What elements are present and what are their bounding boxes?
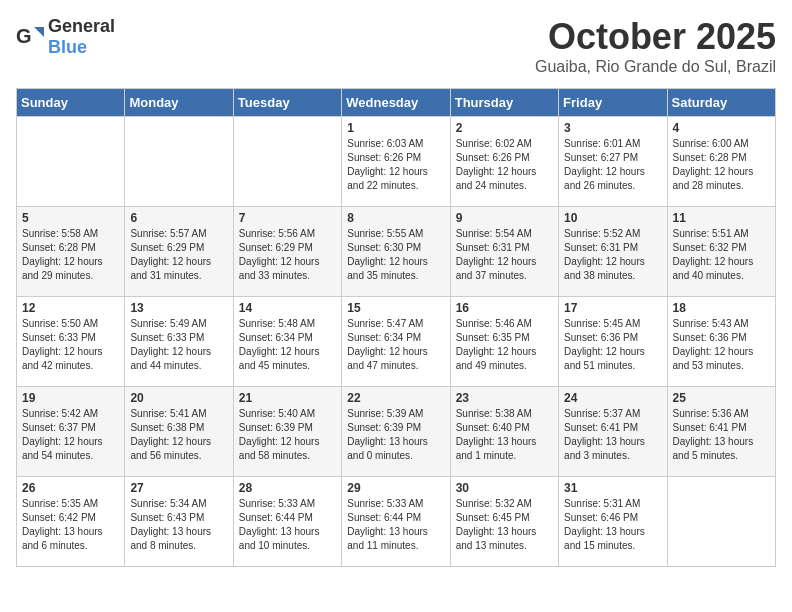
calendar-cell: 27Sunrise: 5:34 AM Sunset: 6:43 PM Dayli… xyxy=(125,477,233,567)
day-info: Sunrise: 5:35 AM Sunset: 6:42 PM Dayligh… xyxy=(22,497,119,553)
calendar-cell xyxy=(667,477,775,567)
logo: G General Blue xyxy=(16,16,115,58)
calendar-header-row: SundayMondayTuesdayWednesdayThursdayFrid… xyxy=(17,89,776,117)
day-info: Sunrise: 5:39 AM Sunset: 6:39 PM Dayligh… xyxy=(347,407,444,463)
calendar-cell: 12Sunrise: 5:50 AM Sunset: 6:33 PM Dayli… xyxy=(17,297,125,387)
day-number: 1 xyxy=(347,121,444,135)
day-info: Sunrise: 5:31 AM Sunset: 6:46 PM Dayligh… xyxy=(564,497,661,553)
calendar-week-row: 12Sunrise: 5:50 AM Sunset: 6:33 PM Dayli… xyxy=(17,297,776,387)
day-header-tuesday: Tuesday xyxy=(233,89,341,117)
day-info: Sunrise: 6:00 AM Sunset: 6:28 PM Dayligh… xyxy=(673,137,770,193)
day-info: Sunrise: 5:51 AM Sunset: 6:32 PM Dayligh… xyxy=(673,227,770,283)
day-header-monday: Monday xyxy=(125,89,233,117)
day-info: Sunrise: 5:43 AM Sunset: 6:36 PM Dayligh… xyxy=(673,317,770,373)
day-info: Sunrise: 5:55 AM Sunset: 6:30 PM Dayligh… xyxy=(347,227,444,283)
day-number: 21 xyxy=(239,391,336,405)
svg-marker-1 xyxy=(34,27,44,37)
calendar-cell: 5Sunrise: 5:58 AM Sunset: 6:28 PM Daylig… xyxy=(17,207,125,297)
month-title: October 2025 xyxy=(535,16,776,58)
calendar-cell: 25Sunrise: 5:36 AM Sunset: 6:41 PM Dayli… xyxy=(667,387,775,477)
day-number: 30 xyxy=(456,481,553,495)
day-info: Sunrise: 5:34 AM Sunset: 6:43 PM Dayligh… xyxy=(130,497,227,553)
day-number: 22 xyxy=(347,391,444,405)
calendar-cell: 6Sunrise: 5:57 AM Sunset: 6:29 PM Daylig… xyxy=(125,207,233,297)
day-info: Sunrise: 5:46 AM Sunset: 6:35 PM Dayligh… xyxy=(456,317,553,373)
calendar-cell: 16Sunrise: 5:46 AM Sunset: 6:35 PM Dayli… xyxy=(450,297,558,387)
day-info: Sunrise: 5:58 AM Sunset: 6:28 PM Dayligh… xyxy=(22,227,119,283)
day-info: Sunrise: 5:45 AM Sunset: 6:36 PM Dayligh… xyxy=(564,317,661,373)
calendar-cell: 20Sunrise: 5:41 AM Sunset: 6:38 PM Dayli… xyxy=(125,387,233,477)
calendar-cell: 23Sunrise: 5:38 AM Sunset: 6:40 PM Dayli… xyxy=(450,387,558,477)
day-header-friday: Friday xyxy=(559,89,667,117)
day-number: 17 xyxy=(564,301,661,315)
day-info: Sunrise: 5:50 AM Sunset: 6:33 PM Dayligh… xyxy=(22,317,119,373)
calendar-cell: 19Sunrise: 5:42 AM Sunset: 6:37 PM Dayli… xyxy=(17,387,125,477)
calendar-cell: 15Sunrise: 5:47 AM Sunset: 6:34 PM Dayli… xyxy=(342,297,450,387)
day-number: 4 xyxy=(673,121,770,135)
calendar-table: SundayMondayTuesdayWednesdayThursdayFrid… xyxy=(16,88,776,567)
calendar-cell: 28Sunrise: 5:33 AM Sunset: 6:44 PM Dayli… xyxy=(233,477,341,567)
day-number: 10 xyxy=(564,211,661,225)
day-info: Sunrise: 5:48 AM Sunset: 6:34 PM Dayligh… xyxy=(239,317,336,373)
calendar-cell: 26Sunrise: 5:35 AM Sunset: 6:42 PM Dayli… xyxy=(17,477,125,567)
day-number: 26 xyxy=(22,481,119,495)
calendar-week-row: 5Sunrise: 5:58 AM Sunset: 6:28 PM Daylig… xyxy=(17,207,776,297)
calendar-cell: 2Sunrise: 6:02 AM Sunset: 6:26 PM Daylig… xyxy=(450,117,558,207)
calendar-cell: 21Sunrise: 5:40 AM Sunset: 6:39 PM Dayli… xyxy=(233,387,341,477)
location-title: Guaiba, Rio Grande do Sul, Brazil xyxy=(535,58,776,76)
day-number: 2 xyxy=(456,121,553,135)
day-info: Sunrise: 5:32 AM Sunset: 6:45 PM Dayligh… xyxy=(456,497,553,553)
calendar-cell: 3Sunrise: 6:01 AM Sunset: 6:27 PM Daylig… xyxy=(559,117,667,207)
day-number: 14 xyxy=(239,301,336,315)
calendar-cell: 4Sunrise: 6:00 AM Sunset: 6:28 PM Daylig… xyxy=(667,117,775,207)
day-number: 25 xyxy=(673,391,770,405)
day-number: 15 xyxy=(347,301,444,315)
day-info: Sunrise: 5:42 AM Sunset: 6:37 PM Dayligh… xyxy=(22,407,119,463)
day-number: 8 xyxy=(347,211,444,225)
day-info: Sunrise: 5:57 AM Sunset: 6:29 PM Dayligh… xyxy=(130,227,227,283)
calendar-cell xyxy=(17,117,125,207)
day-info: Sunrise: 6:02 AM Sunset: 6:26 PM Dayligh… xyxy=(456,137,553,193)
calendar-cell: 1Sunrise: 6:03 AM Sunset: 6:26 PM Daylig… xyxy=(342,117,450,207)
day-info: Sunrise: 6:01 AM Sunset: 6:27 PM Dayligh… xyxy=(564,137,661,193)
day-number: 29 xyxy=(347,481,444,495)
title-area: October 2025 Guaiba, Rio Grande do Sul, … xyxy=(535,16,776,76)
day-number: 19 xyxy=(22,391,119,405)
calendar-cell: 7Sunrise: 5:56 AM Sunset: 6:29 PM Daylig… xyxy=(233,207,341,297)
calendar-cell: 30Sunrise: 5:32 AM Sunset: 6:45 PM Dayli… xyxy=(450,477,558,567)
day-number: 11 xyxy=(673,211,770,225)
day-number: 20 xyxy=(130,391,227,405)
day-info: Sunrise: 5:37 AM Sunset: 6:41 PM Dayligh… xyxy=(564,407,661,463)
calendar-cell: 24Sunrise: 5:37 AM Sunset: 6:41 PM Dayli… xyxy=(559,387,667,477)
calendar-cell: 9Sunrise: 5:54 AM Sunset: 6:31 PM Daylig… xyxy=(450,207,558,297)
day-number: 13 xyxy=(130,301,227,315)
day-header-thursday: Thursday xyxy=(450,89,558,117)
day-number: 16 xyxy=(456,301,553,315)
day-number: 27 xyxy=(130,481,227,495)
day-info: Sunrise: 5:41 AM Sunset: 6:38 PM Dayligh… xyxy=(130,407,227,463)
day-info: Sunrise: 6:03 AM Sunset: 6:26 PM Dayligh… xyxy=(347,137,444,193)
day-number: 5 xyxy=(22,211,119,225)
day-header-sunday: Sunday xyxy=(17,89,125,117)
calendar-week-row: 19Sunrise: 5:42 AM Sunset: 6:37 PM Dayli… xyxy=(17,387,776,477)
calendar-week-row: 26Sunrise: 5:35 AM Sunset: 6:42 PM Dayli… xyxy=(17,477,776,567)
day-number: 3 xyxy=(564,121,661,135)
day-number: 6 xyxy=(130,211,227,225)
day-info: Sunrise: 5:52 AM Sunset: 6:31 PM Dayligh… xyxy=(564,227,661,283)
day-info: Sunrise: 5:33 AM Sunset: 6:44 PM Dayligh… xyxy=(239,497,336,553)
logo-text: General Blue xyxy=(48,16,115,58)
logo-icon: G xyxy=(16,23,44,51)
day-number: 23 xyxy=(456,391,553,405)
day-number: 18 xyxy=(673,301,770,315)
calendar-cell: 29Sunrise: 5:33 AM Sunset: 6:44 PM Dayli… xyxy=(342,477,450,567)
day-number: 24 xyxy=(564,391,661,405)
day-info: Sunrise: 5:56 AM Sunset: 6:29 PM Dayligh… xyxy=(239,227,336,283)
calendar-cell: 22Sunrise: 5:39 AM Sunset: 6:39 PM Dayli… xyxy=(342,387,450,477)
day-number: 7 xyxy=(239,211,336,225)
day-number: 31 xyxy=(564,481,661,495)
day-info: Sunrise: 5:33 AM Sunset: 6:44 PM Dayligh… xyxy=(347,497,444,553)
day-header-saturday: Saturday xyxy=(667,89,775,117)
logo-blue: Blue xyxy=(48,37,87,57)
day-number: 9 xyxy=(456,211,553,225)
calendar-cell: 8Sunrise: 5:55 AM Sunset: 6:30 PM Daylig… xyxy=(342,207,450,297)
